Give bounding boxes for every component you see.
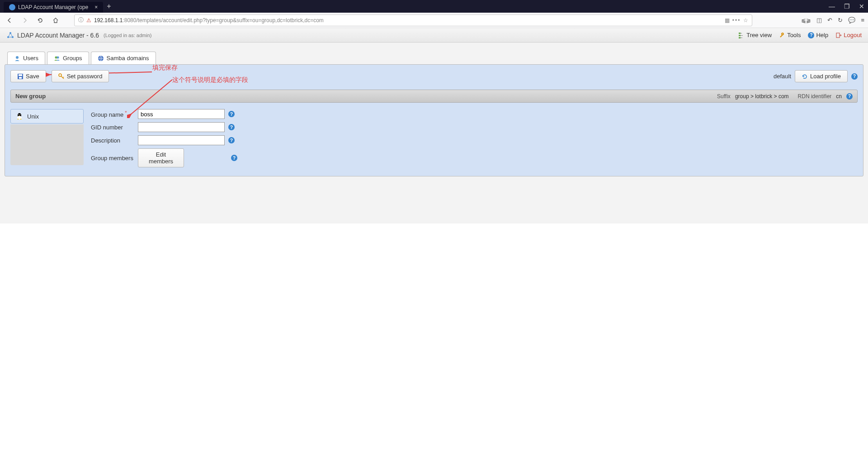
field-label: Description <box>91 137 134 144</box>
back-button[interactable] <box>4 14 15 26</box>
app-logo-icon <box>6 31 14 39</box>
group-name-input[interactable] <box>138 109 225 119</box>
user-icon <box>14 55 20 62</box>
field-gid-number: GID number ? <box>91 122 858 132</box>
save-icon <box>17 73 24 80</box>
sidebar-item-label: Unix <box>27 113 39 120</box>
svg-point-7 <box>16 56 19 59</box>
minimize-icon[interactable]: — <box>829 3 835 10</box>
help-link[interactable]: ? Help <box>808 32 828 38</box>
app-title: LDAP Account Manager - 6.6 <box>17 32 99 39</box>
insecure-icon: ⚠ <box>86 17 91 24</box>
tab-favicon-icon <box>9 4 15 10</box>
logout-link[interactable]: Logout <box>835 32 862 38</box>
tools-link[interactable]: Tools <box>779 32 801 38</box>
set-password-button[interactable]: Set password <box>52 70 109 82</box>
tools-icon <box>779 32 785 38</box>
gid-number-input[interactable] <box>138 122 225 132</box>
undo-icon[interactable]: ↶ <box>827 17 832 24</box>
reload-button[interactable] <box>34 14 46 26</box>
help-icon[interactable]: ? <box>228 124 235 130</box>
browser-titlebar: LDAP Account Manager (ope × + — ❐ ✕ <box>0 0 868 13</box>
svg-rect-6 <box>836 33 840 38</box>
svg-rect-3 <box>739 33 741 34</box>
close-window-icon[interactable]: ✕ <box>859 3 864 10</box>
forward-button[interactable] <box>19 14 31 26</box>
browser-toolbar: ⓘ ⚠ 192.168.1.1:8080/templates/account/e… <box>0 13 868 28</box>
help-icon[interactable]: ? <box>851 73 858 80</box>
key-icon <box>58 73 65 80</box>
help-icon[interactable]: ? <box>846 93 853 100</box>
field-group-members: Group members Edit members ? <box>91 148 858 167</box>
chat-icon[interactable]: 💬 <box>848 17 855 24</box>
refresh-icon[interactable]: ↻ <box>838 17 843 24</box>
maximize-icon[interactable]: ❐ <box>844 3 850 10</box>
svg-point-0 <box>9 32 11 34</box>
section-title: New group <box>15 93 46 100</box>
browser-tab[interactable]: LDAP Account Manager (ope × <box>4 2 103 13</box>
profile-default-label: default <box>774 73 791 80</box>
tree-view-link[interactable]: Tree view <box>738 32 772 38</box>
sidebar-item-unix[interactable]: Unix <box>10 109 84 124</box>
sidebar-body <box>10 124 84 165</box>
svg-point-21 <box>19 114 19 115</box>
more-icon[interactable]: ••• <box>732 17 741 24</box>
tab-groups[interactable]: Groups <box>47 52 89 64</box>
login-info: (Logged in as: admin) <box>104 33 151 38</box>
edit-members-button[interactable]: Edit members <box>138 148 184 167</box>
tab-users[interactable]: Users <box>7 52 45 64</box>
help-icon[interactable]: ? <box>228 137 235 143</box>
new-tab-button[interactable]: + <box>107 2 111 10</box>
tab-title: LDAP Account Manager (ope <box>18 4 88 10</box>
field-label: GID number <box>91 124 134 131</box>
rdn-label: RDN identifier <box>798 93 832 100</box>
help-icon[interactable]: ? <box>228 111 235 117</box>
section-header: New group Suffix group > lotbrick > com … <box>10 90 858 103</box>
svg-point-9 <box>57 56 59 58</box>
form-fields: Group name * ? GID number ? Description … <box>91 109 858 171</box>
svg-rect-4 <box>739 35 741 36</box>
globe-icon <box>98 55 104 62</box>
home-button[interactable] <box>50 14 61 26</box>
app-header: LDAP Account Manager - 6.6 (Logged in as… <box>0 28 868 43</box>
description-input[interactable] <box>138 135 225 145</box>
form-layout: Unix Group name * ? GID number ? <box>10 109 858 171</box>
suffix-value[interactable]: group > lotbrick > com <box>735 93 789 100</box>
help-icon: ? <box>808 32 814 38</box>
main-panel: 填完保存 这个符号说明是必填的字段 Save Set password defa… <box>5 64 863 176</box>
sidebar-icon[interactable]: ◫ <box>816 17 822 24</box>
field-label: Group name * <box>91 110 134 118</box>
svg-rect-16 <box>19 74 22 76</box>
field-group-name: Group name * ? <box>91 109 858 119</box>
menu-icon[interactable]: ≡ <box>861 17 864 24</box>
field-description: Description ? <box>91 135 858 145</box>
load-profile-button[interactable]: Load profile <box>795 70 848 82</box>
svg-rect-17 <box>19 77 22 79</box>
logout-icon <box>835 32 842 38</box>
window-controls: — ❐ ✕ <box>829 3 864 10</box>
tabstrip: Users Groups Samba domains <box>5 47 863 64</box>
svg-rect-5 <box>739 37 741 38</box>
svg-point-22 <box>20 114 21 115</box>
info-icon[interactable]: ⓘ <box>78 16 84 24</box>
module-sidebar: Unix <box>10 109 84 171</box>
required-mark-icon: * <box>123 110 127 115</box>
close-icon[interactable]: × <box>94 4 98 10</box>
field-label: Group members <box>91 155 134 162</box>
tab-samba[interactable]: Samba domains <box>91 52 156 64</box>
tux-icon <box>15 112 24 120</box>
group-icon <box>54 55 60 62</box>
bookmark-icon[interactable]: ☆ <box>743 17 748 24</box>
help-icon[interactable]: ? <box>231 155 237 161</box>
action-row: Save Set password default Load profile ? <box>10 70 858 82</box>
reload-icon <box>802 73 808 80</box>
qr-icon[interactable]: ▦ <box>725 17 730 24</box>
rdn-value[interactable]: cn <box>836 93 842 100</box>
url-bar[interactable]: ⓘ ⚠ 192.168.1.1:8080/templates/account/e… <box>74 14 752 26</box>
library-icon[interactable]: ⫹⫺ <box>801 17 811 24</box>
save-button[interactable]: Save <box>10 70 46 82</box>
url-text: 192.168.1.1:8080/templates/account/edit.… <box>94 17 722 24</box>
suffix-label: Suffix <box>717 93 731 100</box>
content-area: Users Groups Samba domains 填完保存 这个符号说明是必… <box>0 43 868 223</box>
tree-icon <box>738 32 745 38</box>
